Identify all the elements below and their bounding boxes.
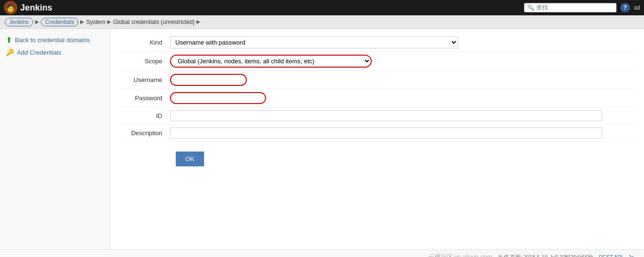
breadcrumb-system: System	[86, 19, 105, 25]
form-row-id: ID	[120, 107, 634, 125]
password-input[interactable]	[170, 92, 266, 104]
sidebar-item-back[interactable]: ⬆ Back to credential domains	[0, 34, 110, 47]
breadcrumb-text-global: Global credentials (unrestricted)	[113, 19, 194, 25]
form-actions: OK	[120, 142, 634, 166]
footer-rest-api-link[interactable]: REST API	[599, 254, 622, 257]
footer-generate-text: 生成 页面: 2018-5-19 上午10时39分56秒	[498, 254, 593, 257]
main-area: ⬆ Back to credential domains 🔑 Add Crede…	[0, 29, 644, 249]
form-row-scope: Scope Global (Jenkins, nodes, items, all…	[120, 52, 634, 71]
content-area: Kind Username with password Scope Global…	[110, 29, 644, 249]
back-arrow-icon: ⬆	[6, 35, 12, 45]
form-row-username: Username	[120, 71, 634, 89]
footer-jenkins-link[interactable]: Je...	[628, 254, 638, 257]
search-box[interactable]: 🔍	[524, 3, 617, 12]
password-label: Password	[120, 89, 168, 107]
breadcrumb-link-jenkins[interactable]: Jenkins	[5, 18, 33, 26]
breadcrumb-global: Global credentials (unrestricted)	[113, 19, 194, 25]
footer: 云栖社区·yc·aliyun.com 生成 页面: 2018-5-19 上午10…	[0, 249, 644, 257]
breadcrumb-jenkins[interactable]: Jenkins	[5, 18, 33, 26]
username-label: Username	[120, 71, 168, 89]
footer-watermark: 云栖社区·yc·aliyun.com	[427, 253, 492, 257]
breadcrumb-arrow-3: ▶	[107, 19, 111, 25]
jenkins-title: Jenkins	[20, 3, 52, 13]
jenkins-logo: 🧑 Jenkins	[4, 1, 52, 14]
top-bar-right: 🔍 ? ad	[524, 3, 640, 12]
scope-select[interactable]: Global (Jenkins, nodes, items, all child…	[170, 55, 372, 68]
sidebar-add-label: Add Credentials	[17, 49, 61, 56]
search-icon: 🔍	[527, 4, 535, 11]
id-input[interactable]	[170, 110, 602, 121]
breadcrumb-arrow-4: ▶	[196, 19, 200, 25]
breadcrumb-bar: Jenkins ▶ Credentials ▶ System ▶ Global …	[0, 15, 644, 29]
kind-label: Kind	[120, 34, 168, 52]
key-icon: 🔑	[6, 48, 14, 56]
scope-label: Scope	[120, 52, 168, 71]
ad-label: ad	[634, 4, 640, 11]
sidebar: ⬆ Back to credential domains 🔑 Add Crede…	[0, 29, 110, 249]
username-input[interactable]	[170, 74, 247, 86]
jenkins-avatar: 🧑	[4, 1, 17, 14]
breadcrumb-credentials[interactable]: Credentials	[41, 18, 79, 26]
help-icon[interactable]: ?	[620, 3, 630, 12]
breadcrumb-text-system: System	[86, 19, 105, 25]
form-row-password: Password	[120, 89, 634, 107]
breadcrumb-arrow-2: ▶	[80, 19, 84, 25]
description-input[interactable]	[170, 128, 602, 139]
breadcrumb-arrow-1: ▶	[35, 19, 39, 25]
breadcrumb-link-credentials[interactable]: Credentials	[41, 18, 79, 26]
sidebar-item-add-credentials[interactable]: 🔑 Add Credentials	[0, 47, 110, 58]
kind-select[interactable]: Username with password	[170, 36, 458, 48]
sidebar-back-label: Back to credential domains	[15, 36, 90, 44]
credentials-form: Kind Username with password Scope Global…	[120, 34, 634, 142]
search-input[interactable]	[536, 4, 613, 11]
ok-button[interactable]: OK	[176, 152, 204, 166]
id-label: ID	[120, 107, 168, 125]
top-bar: 🧑 Jenkins 🔍 ? ad	[0, 0, 644, 15]
form-row-description: Description	[120, 125, 634, 142]
form-row-kind: Kind Username with password	[120, 34, 634, 52]
description-label: Description	[120, 125, 168, 142]
